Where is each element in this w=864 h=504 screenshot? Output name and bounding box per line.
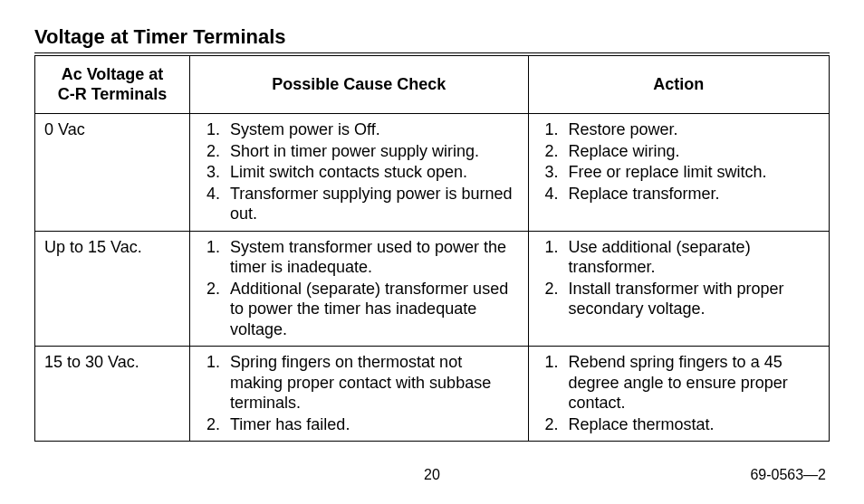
list-item: Use additional (separate) transformer. [563,237,820,278]
col-header-action: Action [528,56,829,114]
list-item: Restore power. [563,119,820,140]
voltage-table: Ac Voltage at C-R Terminals Possible Cau… [34,56,830,442]
list-item: Free or replace limit switch. [563,162,820,183]
col-header-voltage: Ac Voltage at C-R Terminals [35,56,190,114]
list-item: Additional (separate) transformer used t… [225,279,519,340]
page-number: 20 [301,467,563,483]
section-title: Voltage at Timer Terminals [34,25,830,49]
table-top-rule: Ac Voltage at C-R Terminals Possible Cau… [34,52,830,442]
cause-cell: System power is Off. Short in timer powe… [190,114,529,232]
cause-cell: Spring fingers on thermostat not making … [190,347,529,442]
action-cell: Use additional (separate) transformer. I… [528,231,829,347]
list-item: Install transformer with proper secondar… [563,279,820,319]
list-item: Replace wiring. [563,141,820,162]
col-header-cause: Possible Cause Check [190,56,529,114]
list-item: Replace thermostat. [563,414,820,435]
list-item: Transformer supplying power is burned ou… [225,184,519,224]
list-item: Replace transformer. [563,184,820,204]
voltage-cell: Up to 15 Vac. [35,231,190,347]
list-item: Short in timer power supply wiring. [225,141,519,162]
list-item: Spring fingers on thermostat not making … [225,352,519,414]
cause-cell: System transformer used to power the tim… [190,231,529,347]
list-item: Limit switch contacts stuck open. [225,162,519,183]
table-row: Up to 15 Vac. System transformer used to… [35,231,830,347]
action-cell: Rebend spring fingers to a 45 degree ang… [528,347,829,442]
action-cell: Restore power. Replace wiring. Free or r… [528,114,829,232]
page-footer: 20 69-0563—2 [34,467,830,483]
list-item: System power is Off. [225,119,519,140]
table-row: 0 Vac System power is Off. Short in time… [35,114,830,232]
document-number: 69-0563—2 [563,467,826,483]
voltage-cell: 15 to 30 Vac. [35,347,190,442]
voltage-cell: 0 Vac [35,114,190,232]
table-row: 15 to 30 Vac. Spring fingers on thermost… [35,347,830,442]
list-item: System transformer used to power the tim… [225,237,519,278]
list-item: Rebend spring fingers to a 45 degree ang… [563,352,820,414]
list-item: Timer has failed. [225,414,519,435]
